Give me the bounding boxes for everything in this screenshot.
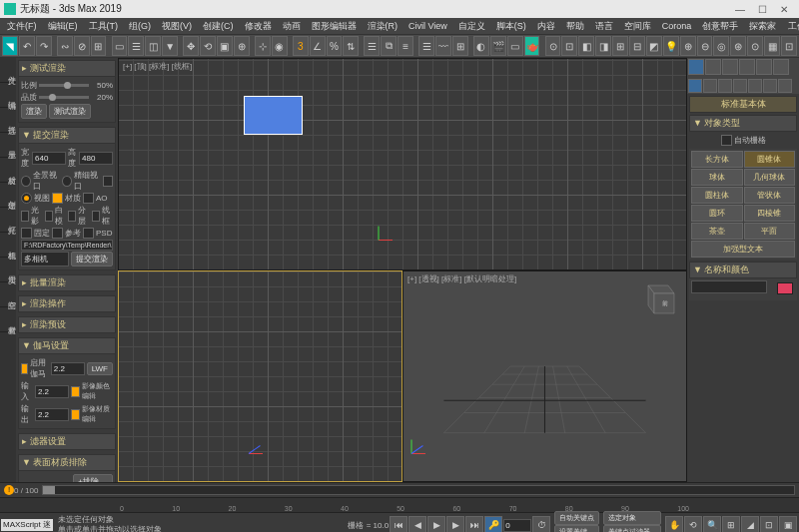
sel-filter[interactable]: 选定对象 [603,511,661,525]
ratio-slider[interactable] [39,84,89,87]
add-exclude[interactable]: +排除 [73,474,113,482]
height-input[interactable] [79,152,113,165]
ltab-create[interactable]: 创建 [0,183,16,208]
pivot-button[interactable]: ◉ [272,36,288,56]
time-config[interactable]: ⏱ [532,516,550,532]
exclude-header[interactable]: ▼ 表面材质排除 [18,454,116,471]
viewport-perspective[interactable]: [+] [透视] [标准] [默认明暗处理] 前 [402,270,687,483]
render-btn[interactable]: 渲染 [21,104,47,119]
plane-btn[interactable]: 平面 [744,223,796,240]
preset-header[interactable]: ▸ 渲染预设 [18,316,116,333]
tool-g[interactable]: ◩ [646,36,662,56]
camera-drop[interactable]: 多相机 [21,252,69,266]
menu-group[interactable]: 组(G) [124,20,156,33]
tool-h[interactable]: 💡 [663,36,679,56]
geosphere-btn[interactable]: 几何球体 [744,169,796,186]
filter-header[interactable]: ▸ 滤器设置 [18,433,116,450]
cone-btn[interactable]: 圆锥体 [744,151,796,168]
opt2-radio[interactable] [62,176,72,187]
tool-i[interactable]: ⊕ [680,36,696,56]
test-render-btn[interactable]: 测试渲染 [49,104,91,119]
menu-file[interactable]: 文件(F) [2,20,42,33]
setkey-btn[interactable]: 设置关键 [554,525,599,532]
ops-header[interactable]: ▸ 渲染操作 [18,295,116,312]
r1b[interactable] [52,193,63,204]
maximize-button[interactable]: ☐ [751,4,773,15]
unlink-button[interactable]: ⊘ [74,36,90,56]
tool-l[interactable]: ⊛ [730,36,746,56]
tool-a[interactable]: ⊙ [545,36,561,56]
color-swatch[interactable] [777,282,793,294]
menu-script[interactable]: 脚本(S) [491,20,531,33]
render-setup-button[interactable]: 🎬 [490,36,506,56]
workspace-label[interactable]: 工作区: [783,20,799,33]
menu-graph[interactable]: 图形编辑器 [307,20,362,33]
menu-explore[interactable]: 探索家 [744,20,781,33]
sphere-btn[interactable]: 球体 [691,169,743,186]
tool-m[interactable]: ⊙ [747,36,763,56]
menu-edit[interactable]: 编辑(E) [43,20,83,33]
view-cube[interactable]: 前 [634,275,682,323]
gamma-out[interactable] [35,408,69,421]
move-button[interactable]: ✥ [183,36,199,56]
menu-creative[interactable]: 创意帮手 [697,20,743,33]
redo-button[interactable]: ↷ [36,36,52,56]
rotate-button[interactable]: ⟲ [200,36,216,56]
ltab-file[interactable]: 文件 [0,58,16,83]
test-render-header[interactable]: ▸ 测试渲染 [18,60,116,77]
name-color-header[interactable]: ▼ 名称和颜色 [689,262,797,278]
ltab-asset[interactable]: 素材 [0,307,16,332]
ltab-edit[interactable]: 编辑 [0,83,16,108]
undo-button[interactable]: ↶ [19,36,35,56]
angle-snap-button[interactable]: ∠ [310,36,326,56]
zoom-ext[interactable]: ⊡ [760,516,778,532]
viewport-persp-label[interactable]: [+] [透视] [标准] [默认明暗处理] [407,273,516,284]
pyramid-btn[interactable]: 四棱锥 [744,205,796,222]
create-tab[interactable] [688,59,704,75]
bind-button[interactable]: ⊞ [91,36,107,56]
space-cat[interactable] [763,79,777,93]
tool-e[interactable]: ⊞ [612,36,628,56]
minimize-button[interactable]: — [729,4,751,15]
ltab-space[interactable]: 空间 [0,282,16,307]
autogrid-ck[interactable] [721,135,732,146]
object-type-header[interactable]: ▼ 对象类型 [689,115,797,132]
key-filter[interactable]: 关键点过滤器... [603,525,661,532]
place-button[interactable]: ⊕ [234,36,250,56]
cylinder-btn[interactable]: 圆柱体 [691,187,743,204]
ltab-material[interactable]: 材质 [0,158,16,183]
opt1-radio[interactable] [21,176,31,187]
snap-button[interactable]: 3 [293,36,309,56]
r1c[interactable] [83,193,94,204]
orbit-view[interactable]: ⟲ [684,516,702,532]
tool-f[interactable]: ⊟ [629,36,645,56]
frame-input[interactable] [503,519,531,532]
tool-o[interactable]: ⊡ [781,36,797,56]
prev-frame[interactable]: ◀ [408,516,426,532]
system-cat[interactable] [778,79,792,93]
modify-tab[interactable] [705,59,721,75]
curve-button[interactable]: 〰 [435,36,451,56]
ltab-light[interactable]: 灯光 [0,208,16,233]
teapot-btn[interactable]: 茶壶 [691,223,743,240]
ltab-util[interactable]: 实用 [0,258,16,282]
tool-c[interactable]: ◧ [578,36,594,56]
geom-cat[interactable] [688,79,702,93]
tool-d[interactable]: ◨ [595,36,611,56]
selected-rectangle[interactable] [244,96,303,135]
light-cat[interactable] [718,79,732,93]
named-sel-button[interactable]: ☰ [364,36,380,56]
fov-view[interactable]: ◢ [741,516,759,532]
percent-snap-button[interactable]: % [327,36,343,56]
submit-render-header[interactable]: ▼ 提交渲染 [18,127,116,144]
motion-tab[interactable] [739,59,755,75]
zoom-view[interactable]: 🔍 [703,516,721,532]
gamma-header[interactable]: ▼ 伽马设置 [18,337,116,354]
filter-button[interactable]: ▼ [162,36,178,56]
viewport-front[interactable] [118,270,402,483]
menu-civil[interactable]: Civil View [403,21,452,31]
tool-k[interactable]: ◎ [713,36,729,56]
hierarchy-tab[interactable] [722,59,738,75]
tube-btn[interactable]: 管状体 [744,187,796,204]
box-btn[interactable]: 长方体 [691,151,743,168]
